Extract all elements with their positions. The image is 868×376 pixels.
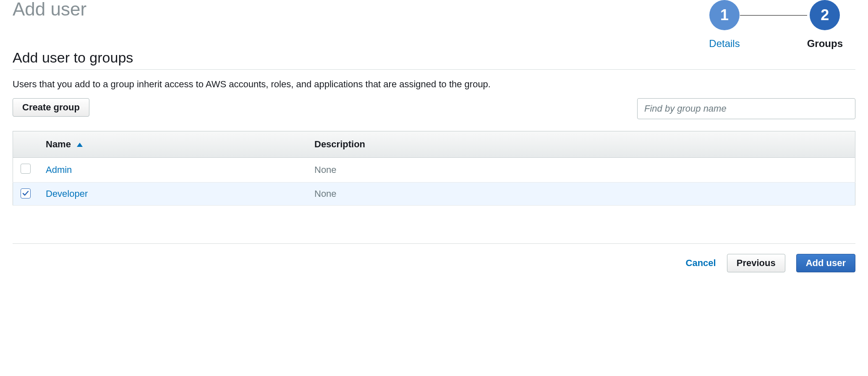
previous-button[interactable]: Previous [727,254,785,272]
search-input[interactable] [637,98,855,119]
wizard-footer: Cancel Previous Add user [13,243,855,289]
add-user-button[interactable]: Add user [796,254,855,272]
section-title: Add user to groups [13,50,855,70]
group-description: None [314,164,337,175]
column-header-description-label: Description [314,139,365,149]
step-connector [740,15,807,16]
table-row: Admin None [13,158,855,183]
column-header-name-label: Name [46,139,71,149]
cancel-button[interactable]: Cancel [686,258,716,269]
step-label-groups: Groups [807,38,843,50]
section-description: Users that you add to a group inherit ac… [13,79,855,90]
table-row: Developer None [13,183,855,206]
group-name-link[interactable]: Admin [46,164,72,175]
group-description: None [314,188,337,199]
column-header-description[interactable]: Description [307,131,855,158]
wizard-stepper: 1 Details 2 Groups [709,0,855,50]
create-group-button[interactable]: Create group [13,98,89,117]
row-checkbox[interactable] [21,188,31,198]
step-details[interactable]: 1 Details [709,0,740,50]
step-groups: 2 Groups [807,0,843,50]
step-label-details[interactable]: Details [709,38,740,50]
column-header-select [13,131,39,158]
step-circle-1: 1 [709,0,740,30]
step-circle-2: 2 [810,0,840,30]
group-name-link[interactable]: Developer [46,188,88,199]
groups-table: Name Description Admin None [13,131,855,206]
column-header-name[interactable]: Name [38,131,307,158]
sort-asc-icon [77,143,83,147]
page-title: Add user [13,0,86,18]
row-checkbox[interactable] [21,164,31,174]
